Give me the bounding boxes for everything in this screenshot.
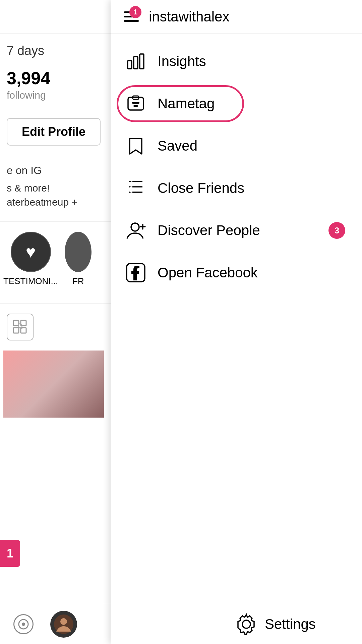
edit-profile-button[interactable]: Edit Profile <box>7 118 101 146</box>
bottom-grid-image <box>3 351 104 418</box>
bio-section: e on IG s & more! aterbeatmeup + <box>0 156 111 215</box>
following-count: 3,994 <box>7 68 104 88</box>
svg-marker-20 <box>129 192 132 193</box>
svg-rect-9 <box>128 61 132 69</box>
right-panel-menu: 1 instawithalex Insights <box>111 0 362 644</box>
grid-icon-row <box>0 304 111 351</box>
nametag-icon <box>124 92 147 115</box>
saved-label: Saved <box>158 138 197 154</box>
discover-people-label: Discover People <box>158 222 260 238</box>
menu-item-insights[interactable]: Insights <box>111 40 362 83</box>
close-friends-icon <box>124 176 147 200</box>
days-text: 7 days <box>0 34 111 61</box>
menu-item-nametag[interactable]: Nametag <box>111 83 362 125</box>
left-top-bar <box>0 0 111 34</box>
menu-item-open-facebook[interactable]: Open Facebook <box>111 252 362 294</box>
menu-item-discover-people[interactable]: Discover People 3 <box>111 209 362 252</box>
svg-marker-16 <box>129 181 132 182</box>
svg-point-6 <box>22 623 25 626</box>
add-person-icon <box>124 219 147 242</box>
svg-rect-10 <box>134 57 138 69</box>
left-notification-badge: 1 <box>0 540 20 567</box>
insights-label: Insights <box>158 53 206 69</box>
hamburger-line-3 <box>124 20 139 22</box>
discover-people-badge: 3 <box>328 222 345 239</box>
story-label-fr: FR <box>72 276 84 286</box>
home-nav-icon[interactable] <box>13 614 34 634</box>
menu-item-saved[interactable]: Saved <box>111 125 362 167</box>
gear-icon <box>235 612 258 636</box>
hamburger-notification-badge: 1 <box>129 6 141 18</box>
svg-rect-14 <box>132 102 139 104</box>
grid-section <box>0 303 111 418</box>
bottom-nav-left <box>0 604 111 644</box>
left-panel: 7 days 3,994 following Edit Profile e on… <box>0 0 111 644</box>
story-item-testimonials[interactable]: ♥ TESTIMONI... <box>3 232 58 286</box>
profile-nav-avatar[interactable] <box>50 611 77 638</box>
close-friends-label: Close Friends <box>158 180 244 196</box>
story-item-fr[interactable]: FR <box>65 232 92 286</box>
facebook-icon <box>124 261 147 284</box>
menu-header: 1 instawithalex <box>111 0 362 34</box>
following-label: following <box>7 90 104 101</box>
settings-nav-item[interactable]: Settings <box>235 612 316 636</box>
svg-point-26 <box>242 620 250 628</box>
menu-item-close-friends[interactable]: Close Friends <box>111 167 362 209</box>
svg-rect-11 <box>140 54 144 69</box>
svg-rect-15 <box>133 105 138 107</box>
bio-line-2: s & more! <box>7 182 104 194</box>
following-section: 3,994 following <box>0 61 111 108</box>
bio-line-3: aterbeatmeup + <box>7 197 104 208</box>
story-label-testimonials: TESTIMONI... <box>3 276 58 286</box>
bookmark-icon <box>124 134 147 158</box>
svg-point-22 <box>131 223 139 231</box>
menu-username: instawithalex <box>149 9 229 25</box>
bar-chart-icon <box>124 50 147 73</box>
bio-line-1: e on IG <box>7 162 104 178</box>
bottom-nav-right: Settings <box>221 604 362 644</box>
nametag-label: Nametag <box>158 96 215 112</box>
heart-icon: ♥ <box>26 242 36 262</box>
photo-grid-icon <box>7 314 34 340</box>
story-circle-testimonials: ♥ <box>11 232 51 272</box>
menu-items-list: Insights Nametag Saved <box>111 34 362 301</box>
story-circle-fr <box>65 232 92 272</box>
svg-marker-18 <box>129 186 132 187</box>
settings-label: Settings <box>265 616 316 632</box>
stories-row: ♥ TESTIMONI... FR <box>0 221 111 297</box>
open-facebook-label: Open Facebook <box>158 265 258 281</box>
svg-point-8 <box>60 618 67 625</box>
